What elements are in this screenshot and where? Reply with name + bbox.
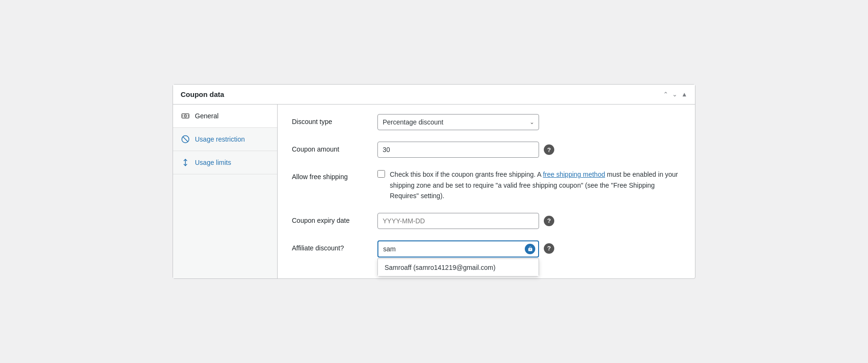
panel-header: Coupon data ⌃ ⌄ ▲	[173, 85, 695, 105]
affiliate-discount-label: Affiliate discount?	[292, 240, 377, 252]
coupon-amount-input[interactable]	[377, 142, 539, 158]
affiliate-discount-row: Affiliate discount?	[292, 240, 681, 258]
coupon-expiry-field: ?	[377, 213, 681, 229]
coupon-data-panel: Coupon data ⌃ ⌄ ▲ General	[173, 84, 695, 278]
discount-type-row: Discount type Percentage discount Fixed …	[292, 114, 681, 130]
panel-header-actions: ⌃ ⌄ ▲	[663, 91, 687, 98]
free-shipping-field: Check this box if the coupon grants free…	[377, 169, 681, 201]
coupon-amount-label: Coupon amount	[292, 142, 377, 153]
sidebar-item-general-label: General	[195, 112, 219, 120]
affiliate-discount-input[interactable]	[377, 240, 539, 258]
affiliate-discount-help-icon[interactable]: ?	[544, 243, 554, 254]
coupon-amount-help-icon[interactable]: ?	[544, 144, 554, 155]
free-shipping-row: Allow free shipping Check this box if th…	[292, 169, 681, 201]
svg-point-1	[184, 115, 187, 117]
autocomplete-dropdown: Samroaff (samro141219@gmail.com)	[377, 258, 539, 277]
coupon-expiry-row: Coupon expiry date ?	[292, 213, 681, 229]
coupon-icon	[181, 111, 190, 121]
coupon-expiry-help-icon[interactable]: ?	[544, 216, 554, 226]
chevron-up-icon[interactable]: ⌃	[663, 91, 668, 98]
discount-type-field: Percentage discount Fixed cart discount …	[377, 114, 681, 130]
coupon-expiry-input[interactable]	[377, 213, 539, 229]
split-icon	[181, 158, 190, 167]
discount-type-label: Discount type	[292, 114, 377, 125]
free-shipping-checkbox[interactable]	[377, 170, 385, 178]
sidebar-item-usage-limits[interactable]: Usage limits	[173, 151, 277, 174]
autocomplete-item-0[interactable]: Samroaff (samro141219@gmail.com)	[378, 259, 539, 276]
ban-icon	[181, 134, 190, 144]
sidebar: General Usage restriction	[173, 105, 278, 278]
sidebar-item-usage-restriction[interactable]: Usage restriction	[173, 128, 277, 151]
affiliate-discount-wrapper: Samroaff (samro141219@gmail.com)	[377, 240, 539, 258]
sidebar-item-usage-limits-label: Usage limits	[195, 159, 231, 166]
chevron-down-icon[interactable]: ⌄	[672, 91, 677, 98]
affiliate-lock-icon	[525, 244, 535, 254]
sidebar-item-usage-restriction-label: Usage restriction	[195, 135, 245, 143]
free-shipping-method-link[interactable]: free shipping method	[543, 171, 605, 178]
affiliate-discount-field: Samroaff (samro141219@gmail.com) ?	[377, 240, 681, 258]
svg-line-3	[183, 137, 188, 142]
discount-type-select-wrapper: Percentage discount Fixed cart discount …	[377, 114, 539, 130]
coupon-expiry-label: Coupon expiry date	[292, 213, 377, 224]
coupon-amount-field: ?	[377, 142, 681, 158]
panel-body: General Usage restriction	[173, 105, 695, 278]
panel-title: Coupon data	[181, 90, 224, 98]
affiliate-input-wrapper	[377, 240, 539, 258]
sidebar-item-general[interactable]: General	[173, 105, 277, 128]
coupon-amount-row: Coupon amount ?	[292, 142, 681, 158]
free-shipping-label: Allow free shipping	[292, 169, 377, 181]
main-content: Discount type Percentage discount Fixed …	[278, 105, 695, 278]
free-shipping-text: Check this box if the coupon grants free…	[390, 169, 681, 201]
discount-type-select[interactable]: Percentage discount Fixed cart discount …	[377, 114, 539, 130]
expand-icon[interactable]: ▲	[681, 91, 687, 98]
free-shipping-checkbox-row: Check this box if the coupon grants free…	[377, 169, 681, 201]
